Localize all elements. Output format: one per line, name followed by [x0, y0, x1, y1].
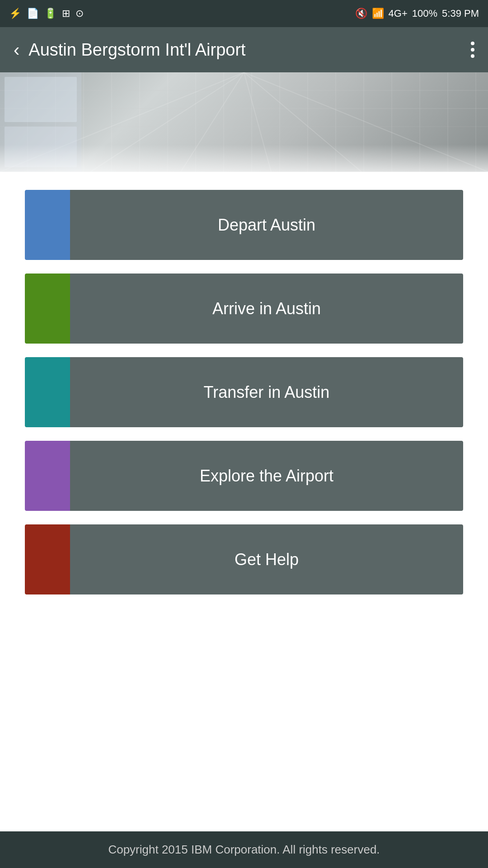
transfer-austin-color-block [25, 357, 70, 427]
hero-image [0, 72, 488, 172]
grid-icon: ⊞ [62, 8, 70, 19]
back-button[interactable]: ‹ [14, 41, 19, 59]
status-bar: ⚡ 📄 🔋 ⊞ ⊙ 🔇 📶 4G+ 100% 5:39 PM [0, 0, 488, 27]
depart-austin-button[interactable]: Depart Austin [70, 190, 463, 260]
status-icons-right: 🔇 📶 4G+ 100% 5:39 PM [355, 8, 479, 19]
hero-fade [0, 145, 488, 172]
transfer-austin-button[interactable]: Transfer in Austin [70, 357, 463, 427]
explore-airport-label: Explore the Airport [200, 467, 333, 486]
arrive-austin-label: Arrive in Austin [212, 299, 321, 318]
depart-austin-label: Depart Austin [218, 216, 315, 235]
get-help-button[interactable]: Get Help [70, 524, 463, 594]
get-help-label: Get Help [235, 550, 299, 569]
arrive-austin-button[interactable]: Arrive in Austin [70, 274, 463, 344]
explore-airport-color-block [25, 441, 70, 511]
time-label: 5:39 PM [442, 8, 479, 19]
network-type-label: 4G+ [389, 8, 408, 19]
mute-icon: 🔇 [355, 8, 367, 19]
wifi-icon: 📶 [372, 8, 384, 19]
page-title: Austin Bergstorm Int'l Airport [28, 40, 471, 60]
dot-3 [471, 54, 474, 58]
explore-airport-row[interactable]: Explore the Airport [25, 441, 463, 511]
dot-2 [471, 48, 474, 52]
document-icon: 📄 [27, 8, 39, 19]
transfer-austin-label: Transfer in Austin [204, 383, 330, 402]
depart-austin-row[interactable]: Depart Austin [25, 190, 463, 260]
depart-austin-color-block [25, 190, 70, 260]
battery-icon: 🔋 [44, 8, 56, 19]
svg-rect-10 [5, 77, 77, 122]
transfer-austin-row[interactable]: Transfer in Austin [25, 357, 463, 427]
overflow-menu-button[interactable] [471, 42, 474, 58]
dot-1 [471, 42, 474, 45]
voicemail-icon: ⊙ [75, 8, 84, 19]
footer-text: Copyright 2015 IBM Corporation. All righ… [108, 843, 380, 856]
battery-percent-label: 100% [412, 8, 437, 19]
app-header: ‹ Austin Bergstorm Int'l Airport [0, 27, 488, 72]
status-icons-left: ⚡ 📄 🔋 ⊞ ⊙ [9, 8, 84, 19]
arrive-austin-color-block [25, 274, 70, 344]
arrive-austin-row[interactable]: Arrive in Austin [25, 274, 463, 344]
footer: Copyright 2015 IBM Corporation. All righ… [0, 831, 488, 868]
explore-airport-button[interactable]: Explore the Airport [70, 441, 463, 511]
get-help-color-block [25, 524, 70, 594]
usb-icon: ⚡ [9, 8, 21, 19]
get-help-row[interactable]: Get Help [25, 524, 463, 594]
main-content: Depart Austin Arrive in Austin Transfer … [0, 172, 488, 831]
